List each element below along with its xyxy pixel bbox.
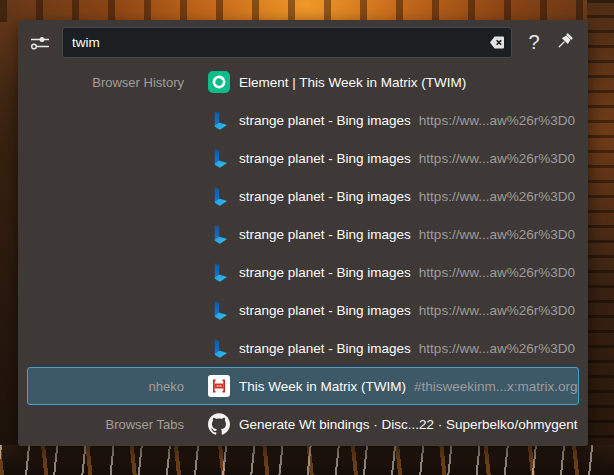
result-title: strange planet - Bing images	[239, 265, 411, 280]
bing-icon	[208, 185, 230, 207]
result-text: Element | This Week in Matrix (TWIM)	[239, 75, 466, 90]
wallpaper-top-structures	[0, 0, 614, 22]
result-row-selected[interactable]: nhekoThis Week in Matrix (TWIM)#thisweek…	[27, 367, 579, 405]
bing-icon	[208, 261, 230, 283]
result-row[interactable]: strange planet - Bing imageshttps://ww..…	[27, 215, 579, 253]
category-label: Browser History	[28, 75, 208, 90]
nheko-icon	[208, 375, 230, 397]
result-subtitle: https://ww...aw%26r%3D0	[419, 227, 575, 242]
result-subtitle: https://ww...aw%26r%3D0	[419, 265, 575, 280]
result-text: This Week in Matrix (TWIM)#thisweekinm..…	[239, 379, 578, 394]
clear-search-icon[interactable]	[484, 34, 506, 51]
bing-icon	[208, 147, 230, 169]
pin-icon[interactable]	[552, 30, 578, 56]
result-text: strange planet - Bing imageshttps://ww..…	[239, 265, 575, 280]
bing-icon	[208, 223, 230, 245]
configure-sliders-icon[interactable]	[26, 29, 54, 57]
result-row[interactable]: strange planet - Bing imageshttps://ww..…	[27, 101, 579, 139]
category-label: Browser Tabs	[28, 417, 208, 432]
github-icon	[208, 413, 230, 435]
result-text: strange planet - Bing imageshttps://ww..…	[239, 151, 575, 166]
result-text: strange planet - Bing imageshttps://ww..…	[239, 113, 575, 128]
result-title: strange planet - Bing images	[239, 303, 411, 318]
result-row[interactable]: Browser HistoryElement | This Week in Ma…	[27, 63, 579, 101]
result-row[interactable]: strange planet - Bing imageshttps://ww..…	[27, 177, 579, 215]
search-input[interactable]	[62, 27, 512, 58]
result-subtitle: https://ww...aw%26r%3D0	[419, 341, 575, 356]
wallpaper-tracks	[0, 445, 614, 475]
result-subtitle: https://ww...aw%26r%3D0	[419, 189, 575, 204]
result-title: strange planet - Bing images	[239, 151, 411, 166]
result-subtitle: https://ww...aw%26r%3D0	[419, 151, 575, 166]
result-text: strange planet - Bing imageshttps://ww..…	[239, 227, 575, 242]
help-button[interactable]: ?	[521, 28, 547, 57]
result-subtitle: https://ww...aw%26r%3D0	[419, 303, 575, 318]
result-title: Element | This Week in Matrix (TWIM)	[239, 75, 466, 90]
result-row[interactable]: strange planet - Bing imageshttps://ww..…	[27, 139, 579, 177]
bing-icon	[208, 299, 230, 321]
search-row: ?	[18, 27, 588, 59]
results-list: Browser HistoryElement | This Week in Ma…	[27, 63, 579, 443]
wallpaper-right-strip	[587, 0, 614, 475]
result-title: Generate Wt bindings · Disc...22 · Super…	[239, 417, 578, 432]
result-row[interactable]: strange planet - Bing imageshttps://ww..…	[27, 291, 579, 329]
result-title: strange planet - Bing images	[239, 227, 411, 242]
result-subtitle: https://ww...aw%26r%3D0	[419, 113, 575, 128]
bing-icon	[208, 337, 230, 359]
category-label: nheko	[28, 379, 208, 394]
result-text: strange planet - Bing imageshttps://ww..…	[239, 189, 575, 204]
result-title: strange planet - Bing images	[239, 341, 411, 356]
krunner-panel: ? Browser HistoryElement | This Week in …	[18, 20, 588, 446]
result-title: strange planet - Bing images	[239, 113, 411, 128]
result-text: Generate Wt bindings · Disc...22 · Super…	[239, 417, 578, 432]
result-title: strange planet - Bing images	[239, 189, 411, 204]
result-row[interactable]: strange planet - Bing imageshttps://ww..…	[27, 253, 579, 291]
result-row[interactable]: Browser TabsGenerate Wt bindings · Disc.…	[27, 405, 579, 443]
bing-icon	[208, 109, 230, 131]
result-text: strange planet - Bing imageshttps://ww..…	[239, 341, 575, 356]
result-text: strange planet - Bing imageshttps://ww..…	[239, 303, 575, 318]
result-title: This Week in Matrix (TWIM)	[239, 379, 406, 394]
result-subtitle: #thisweekinm...x:matrix.org	[414, 379, 578, 394]
element-icon	[208, 71, 230, 93]
result-row[interactable]: strange planet - Bing imageshttps://ww..…	[27, 329, 579, 367]
